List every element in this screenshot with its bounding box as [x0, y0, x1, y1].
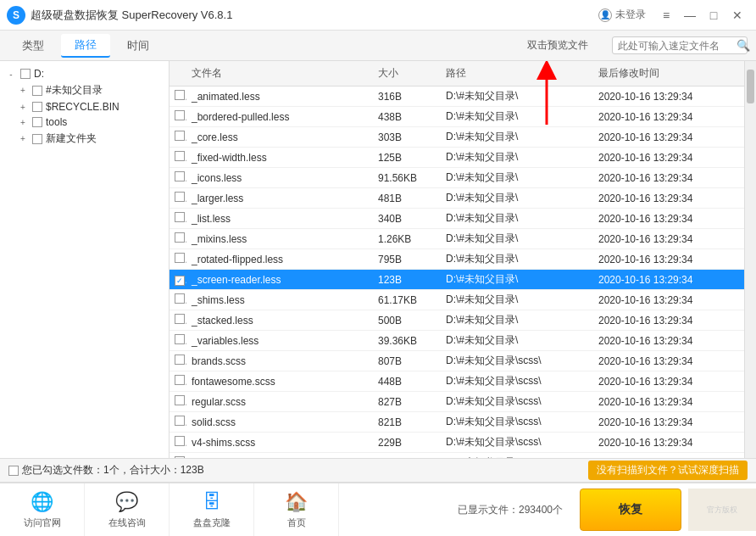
table-row[interactable]: v4-shims.scss229BD:\#未知父目录\scss\2020-10-… [170, 433, 744, 453]
table-row[interactable]: _bordered-pulled.less438BD:\#未知父目录\2020-… [170, 107, 744, 127]
recover-button[interactable]: 恢复 [580, 489, 681, 531]
maximize-button[interactable]: □ [702, 5, 725, 25]
row-checkbox[interactable] [170, 433, 186, 451]
expand-icon-tools[interactable]: + [17, 116, 29, 128]
tree-item-newfolder[interactable]: + 新建文件夹 [0, 130, 169, 148]
file-checkbox[interactable] [175, 110, 185, 120]
file-checkbox[interactable] [175, 131, 185, 141]
table-row[interactable]: _core.less303BD:\#未知父目录\2020-10-16 13:29… [170, 127, 744, 148]
status-checkbox[interactable] [8, 466, 19, 476]
file-checkbox[interactable] [175, 276, 185, 286]
table-row[interactable]: _larger.less481BD:\#未知父目录\2020-10-16 13:… [170, 188, 744, 209]
deep-scan-button[interactable]: 没有扫描到文件？试试深度扫描 [588, 461, 748, 480]
tab-path[interactable]: 路径 [61, 34, 110, 58]
row-checkbox[interactable] [170, 311, 186, 329]
file-checkbox[interactable] [175, 314, 185, 324]
row-checkbox[interactable] [170, 372, 186, 390]
file-list-body[interactable]: _animated.less316BD:\#未知父目录\2020-10-16 1… [170, 87, 744, 458]
bottom-btn-consult[interactable]: 💬 在线咨询 [85, 483, 170, 536]
row-checkbox[interactable] [170, 189, 186, 207]
file-name: _fixed-width.less [186, 149, 373, 166]
file-checkbox[interactable] [175, 375, 185, 385]
row-checkbox[interactable] [170, 128, 186, 146]
table-row[interactable]: _icons.less91.56KBD:\#未知父目录\2020-10-16 1… [170, 168, 744, 188]
expand-icon-recycle[interactable]: + [17, 101, 29, 113]
row-checkbox[interactable] [170, 291, 186, 309]
file-size: 320B [373, 455, 441, 459]
file-modified: 2020-10-16 13:29:34 [593, 251, 737, 268]
tab-type[interactable]: 类型 [8, 35, 58, 57]
tree-item-unknown[interactable]: + #未知父目录 [0, 81, 169, 99]
checkbox-root[interactable] [20, 69, 31, 79]
file-path: D:\#未知父目录\scss\ [441, 351, 593, 371]
bottom-btn-home[interactable]: 🏠 首页 [254, 483, 339, 536]
file-checkbox[interactable] [175, 253, 185, 263]
row-checkbox[interactable] [170, 230, 186, 248]
row-checkbox[interactable] [170, 352, 186, 370]
file-checkbox[interactable] [175, 355, 185, 365]
menu-button[interactable]: ≡ [654, 5, 678, 25]
file-checkbox[interactable] [175, 232, 185, 243]
scrollbar-thumb[interactable] [747, 70, 754, 103]
row-checkbox[interactable] [170, 454, 186, 458]
row-checkbox[interactable] [170, 250, 186, 268]
search-input[interactable] [618, 40, 737, 52]
search-icon[interactable]: 🔍 [737, 39, 750, 52]
file-checkbox[interactable] [175, 192, 185, 202]
table-row[interactable]: _stacked.less500BD:\#未知父目录\2020-10-16 13… [170, 310, 744, 331]
tab-time[interactable]: 时间 [114, 35, 163, 57]
scrollbar[interactable] [744, 61, 756, 458]
table-row[interactable]: _list.less340BD:\#未知父目录\2020-10-16 13:29… [170, 209, 744, 229]
expand-icon-newfolder[interactable]: + [17, 133, 29, 145]
checkbox-tools[interactable] [32, 117, 42, 127]
table-row[interactable]: _animated.less316BD:\#未知父目录\2020-10-16 1… [170, 87, 744, 107]
file-count-info: 已显示文件：293400个 [441, 503, 580, 517]
file-checkbox[interactable] [175, 212, 185, 222]
row-checkbox[interactable] [170, 148, 186, 166]
expand-icon[interactable]: - [5, 68, 17, 80]
file-size: 438B [373, 109, 441, 126]
table-row[interactable]: _rotated-flipped.less795BD:\#未知父目录\2020-… [170, 249, 744, 270]
row-checkbox[interactable] [170, 87, 186, 105]
file-checkbox[interactable] [175, 436, 185, 446]
bottom-btn-diskclone[interactable]: 🗄 盘盘克隆 [170, 483, 254, 536]
table-row[interactable]: _mixins.less1.26KBD:\#未知父目录\2020-10-16 1… [170, 229, 744, 249]
table-row[interactable]: _shims.less61.17KBD:\#未知父目录\2020-10-16 1… [170, 290, 744, 310]
checkbox-recycle[interactable] [32, 102, 42, 112]
row-checkbox[interactable] [170, 108, 186, 126]
row-checkbox[interactable] [170, 393, 186, 410]
checkbox-newfolder[interactable] [32, 134, 42, 144]
table-row[interactable]: solid.scss821BD:\#未知父目录\scss\2020-10-16 … [170, 412, 744, 433]
checkbox-unknown[interactable] [32, 86, 42, 96]
table-row[interactable]: _screen-reader.less123BD:\#未知父目录\2020-10… [170, 270, 744, 290]
row-checkbox[interactable] [170, 271, 186, 288]
file-size: 303B [373, 129, 441, 146]
file-checkbox[interactable] [175, 395, 185, 405]
close-button[interactable]: ✕ [725, 5, 749, 25]
tree-item-tools[interactable]: + tools [0, 114, 169, 130]
table-row[interactable]: regular.scss827BD:\#未知父目录\scss\2020-10-1… [170, 392, 744, 412]
user-area[interactable]: 👤 未登录 [598, 8, 646, 22]
file-checkbox[interactable] [175, 416, 185, 426]
table-row[interactable]: _fixed-width.less125BD:\#未知父目录\2020-10-1… [170, 148, 744, 168]
tree-item-root[interactable]: - D: [0, 66, 169, 81]
table-row[interactable]: _animated.scss320BD:\#未知父目录\scss\2020-10… [170, 453, 744, 458]
expand-icon-unknown[interactable]: + [17, 85, 29, 97]
file-checkbox[interactable] [175, 151, 185, 161]
bottom-btn-website[interactable]: 🌐 访问官网 [0, 483, 85, 536]
file-checkbox[interactable] [175, 293, 185, 304]
row-checkbox[interactable] [170, 413, 186, 431]
file-checkbox[interactable] [175, 456, 185, 458]
row-checkbox[interactable] [170, 169, 186, 187]
file-checkbox[interactable] [175, 334, 185, 344]
file-checkbox[interactable] [175, 90, 185, 100]
search-box[interactable]: 🔍 [612, 36, 748, 54]
row-checkbox[interactable] [170, 209, 186, 227]
tree-item-recycle[interactable]: + $RECYCLE.BIN [0, 99, 169, 114]
minimize-button[interactable]: — [678, 5, 702, 25]
file-checkbox[interactable] [175, 171, 185, 181]
table-row[interactable]: fontawesome.scss448BD:\#未知父目录\scss\2020-… [170, 371, 744, 392]
table-row[interactable]: _variables.less39.36KBD:\#未知父目录\2020-10-… [170, 331, 744, 351]
row-checkbox[interactable] [170, 332, 186, 349]
table-row[interactable]: brands.scss807BD:\#未知父目录\scss\2020-10-16… [170, 351, 744, 371]
